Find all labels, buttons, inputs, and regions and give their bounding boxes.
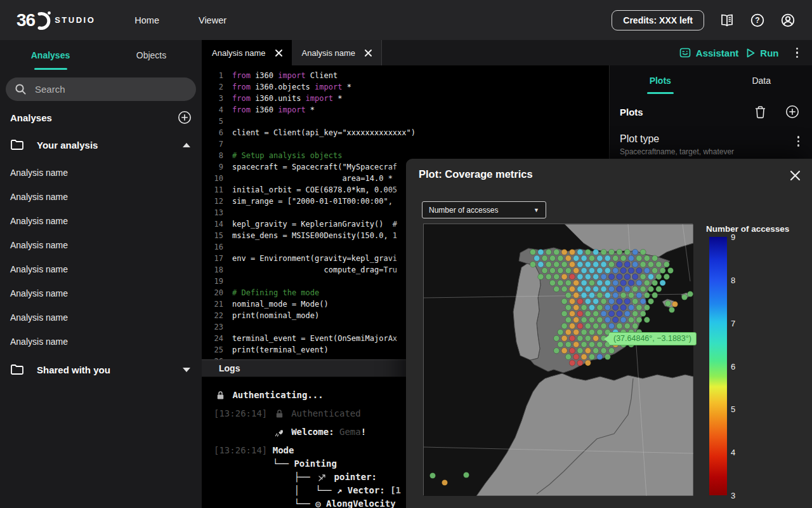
- coverage-dot[interactable]: [608, 348, 614, 354]
- code-line[interactable]: 3from i360.units import *: [202, 93, 609, 104]
- coverage-dot[interactable]: [597, 305, 603, 311]
- coverage-dot[interactable]: [585, 348, 591, 354]
- coverage-dot[interactable]: [608, 298, 614, 304]
- coverage-dot[interactable]: [593, 335, 599, 341]
- coverage-dot[interactable]: [585, 262, 591, 267]
- coverage-dot[interactable]: [585, 298, 591, 304]
- sidebar-item-analysis[interactable]: Analysis name: [0, 257, 202, 281]
- coverage-dot[interactable]: [601, 286, 606, 292]
- coverage-dot[interactable]: [640, 286, 646, 292]
- tab-objects[interactable]: Objects: [101, 40, 202, 70]
- coverage-dot[interactable]: [648, 298, 653, 304]
- sidebar-item-analysis[interactable]: Analysis name: [0, 161, 202, 185]
- coverage-dot[interactable]: [577, 286, 583, 292]
- coverage-dot[interactable]: [628, 268, 634, 274]
- code-line[interactable]: 7: [202, 138, 609, 150]
- coverage-dot[interactable]: [687, 291, 693, 297]
- add-analysis-icon[interactable]: [178, 110, 192, 124]
- coverage-dot[interactable]: [577, 274, 583, 279]
- coverage-dot[interactable]: [589, 268, 594, 274]
- plot-item-kebab-icon[interactable]: [794, 133, 804, 156]
- coverage-dot[interactable]: [608, 249, 614, 255]
- coverage-dot[interactable]: [617, 262, 622, 267]
- coverage-dot[interactable]: [585, 274, 591, 279]
- coverage-dot[interactable]: [624, 274, 630, 279]
- coverage-dot[interactable]: [597, 317, 603, 323]
- coverage-dot[interactable]: [581, 268, 587, 274]
- coverage-dot[interactable]: [585, 311, 591, 316]
- coverage-dot[interactable]: [565, 305, 571, 311]
- coverage-dot[interactable]: [573, 305, 579, 311]
- coverage-dot[interactable]: [569, 311, 575, 316]
- coverage-map[interactable]: (37.64846°, −3.1883°): [423, 224, 693, 495]
- coverage-dot[interactable]: [640, 249, 646, 255]
- coverage-dot[interactable]: [613, 268, 619, 274]
- coverage-dot[interactable]: [581, 354, 587, 359]
- coverage-dot[interactable]: [656, 262, 662, 267]
- coverage-dot[interactable]: [573, 268, 579, 274]
- code-line[interactable]: 6client = Client(api_key="xxxxxxxxxxxxx"…: [202, 127, 609, 138]
- coverage-dot[interactable]: [652, 280, 658, 286]
- coverage-dot[interactable]: [463, 472, 469, 478]
- coverage-dot[interactable]: [665, 300, 671, 306]
- coverage-dot[interactable]: [664, 262, 669, 267]
- coverage-dot[interactable]: [648, 274, 653, 279]
- coverage-dot[interactable]: [620, 305, 626, 311]
- coverage-dot[interactable]: [577, 249, 583, 255]
- coverage-dot[interactable]: [577, 298, 583, 304]
- assistant-button[interactable]: Assistant: [679, 48, 739, 58]
- coverage-dot[interactable]: [593, 311, 599, 316]
- coverage-dot[interactable]: [628, 305, 634, 311]
- coverage-dot[interactable]: [601, 323, 606, 329]
- folder-your-analysis[interactable]: Your analysis: [0, 131, 202, 158]
- coverage-dot[interactable]: [605, 280, 610, 286]
- coverage-dot[interactable]: [589, 305, 594, 311]
- coverage-dot[interactable]: [640, 262, 646, 267]
- coverage-dot[interactable]: [636, 280, 642, 286]
- delete-plot-icon[interactable]: [754, 105, 766, 119]
- coverage-dot[interactable]: [577, 335, 583, 341]
- coverage-dot[interactable]: [546, 274, 551, 279]
- coverage-dot[interactable]: [589, 354, 594, 359]
- coverage-dot[interactable]: [561, 323, 567, 329]
- coverage-dot[interactable]: [593, 298, 599, 304]
- coverage-dot[interactable]: [669, 307, 674, 312]
- coverage-dot[interactable]: [636, 305, 642, 311]
- coverage-dot[interactable]: [656, 274, 662, 279]
- coverage-dot[interactable]: [558, 330, 563, 335]
- coverage-dot[interactable]: [597, 255, 603, 261]
- coverage-dot[interactable]: [589, 255, 594, 261]
- coverage-dot[interactable]: [644, 268, 650, 274]
- coverage-dot[interactable]: [569, 262, 575, 267]
- coverage-dot[interactable]: [569, 335, 575, 341]
- code-line[interactable]: 2from i360.objects import *: [202, 81, 609, 93]
- coverage-dot[interactable]: [565, 330, 571, 335]
- coverage-dot[interactable]: [605, 354, 610, 359]
- coverage-dot[interactable]: [628, 280, 634, 286]
- tab-data[interactable]: Data: [711, 65, 812, 95]
- coverage-dot[interactable]: [648, 286, 653, 292]
- coverage-dot[interactable]: [554, 335, 560, 341]
- coverage-dot[interactable]: [554, 348, 560, 354]
- coverage-dot[interactable]: [660, 268, 665, 274]
- coverage-dot[interactable]: [573, 280, 579, 286]
- tab-plots[interactable]: Plots: [610, 65, 711, 95]
- coverage-dot[interactable]: [577, 360, 583, 366]
- coverage-dot[interactable]: [561, 274, 567, 279]
- coverage-dot[interactable]: [605, 268, 610, 274]
- coverage-dot[interactable]: [632, 323, 638, 329]
- coverage-dot[interactable]: [624, 249, 630, 255]
- coverage-dot[interactable]: [561, 262, 567, 267]
- sidebar-item-analysis[interactable]: Analysis name: [0, 281, 202, 305]
- coverage-dot[interactable]: [672, 301, 678, 307]
- coverage-dot[interactable]: [581, 342, 587, 347]
- book-icon[interactable]: [719, 13, 735, 28]
- coverage-dot[interactable]: [608, 311, 614, 316]
- coverage-dot[interactable]: [624, 323, 630, 329]
- modal-close-icon[interactable]: [788, 168, 802, 182]
- coverage-dot[interactable]: [577, 311, 583, 316]
- coverage-dot[interactable]: [542, 268, 547, 274]
- coverage-dot[interactable]: [601, 348, 606, 354]
- coverage-dot[interactable]: [597, 292, 603, 298]
- editor-tab-1[interactable]: Analysis name: [202, 40, 292, 65]
